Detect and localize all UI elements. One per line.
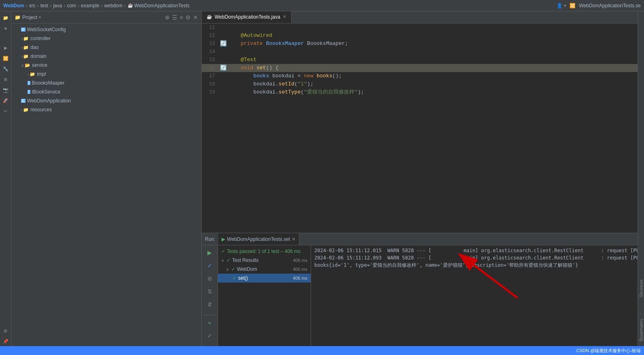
java-file-icon: ☕ [128, 3, 133, 8]
project-sidebar-btn[interactable]: 📁 [1, 13, 11, 23]
stop-btn[interactable]: ⊘ [204, 273, 215, 284]
breadcrumb-bar: WebDom › src › test › java › com › examp… [0, 0, 644, 11]
tab-close-btn[interactable]: ✕ [283, 14, 286, 19]
editor-tab-main[interactable]: ☕ WebDomApplicationTests.java ✕ [202, 11, 292, 23]
code-line-16: 16 🔄 void set() { [202, 64, 638, 72]
tree-item-domain[interactable]: › 📁 domain [11, 52, 201, 61]
breadcrumb: WebDom › src › test › java › com › examp… [3, 3, 190, 9]
tree-item-websocketconfig[interactable]: C WebSocketConfig [11, 25, 201, 34]
terminal-sidebar-btn[interactable]: ⊞ [1, 74, 11, 84]
favorites-btn[interactable]: ★ [1, 23, 11, 33]
pass-icon: ✓ [231, 266, 235, 272]
filter-btn[interactable]: ✓ [204, 330, 215, 341]
exit-sidebar-btn[interactable]: ↩ [1, 106, 11, 116]
chevron-down-icon: ∨ [226, 267, 229, 272]
project-header: 📁 Project ▾ ⊕ ☰ ≡ ⚙ ✕ [11, 11, 201, 23]
camera-sidebar-btn[interactable]: 📷 [1, 85, 11, 95]
code-editor[interactable]: 11 12 @Autowired 13 🔄 private BoooksMaap… [202, 23, 638, 233]
bookmarks-label[interactable]: Bookmarks [639, 319, 644, 341]
run-tab-close-btn[interactable]: ✕ [292, 236, 296, 242]
right-sidebar-container: Structure Bookmarks [638, 11, 644, 346]
run-panel: Run: ▶ WebDomApplicationTests.set ✕ ▶ ✓ … [202, 233, 638, 346]
breadcrumb-item[interactable]: example [81, 3, 99, 9]
run-tab[interactable]: ▶ WebDomApplicationTests.set ✕ [218, 233, 299, 245]
pin-sidebar-btn[interactable]: 📌 [1, 336, 11, 346]
test-status: ✓ Tests passed: 1 of 1 test – 406 ms [218, 247, 311, 256]
deploy-sidebar-btn[interactable]: 🚀 [1, 96, 11, 105]
tree-item-dao[interactable]: › 📁 dao [11, 43, 201, 52]
structure-label[interactable]: Structure [639, 279, 644, 298]
code-line-17: 17 books bookdai = new books(); [202, 72, 638, 80]
settings-icon[interactable]: ⚙ [186, 14, 191, 21]
editor-tabs: ☕ WebDomApplicationTests.java ✕ [202, 11, 638, 23]
pass-icon: ✓ [232, 275, 237, 281]
tree-item-resources[interactable]: › 📁 resources [11, 105, 201, 114]
filter-pass-btn[interactable]: » [204, 317, 215, 328]
tree-item-controller[interactable]: › 📁 controller [11, 34, 201, 43]
collapse-all-icon[interactable]: ☰ [172, 14, 177, 21]
code-line-19: 19 bookdai.setType("爱猫当的自我修改样"); [202, 88, 638, 96]
test-result-set[interactable]: ✓ set() 406 ms [218, 274, 311, 283]
class-icon: C [21, 28, 26, 32]
project-panel: 📁 Project ▾ ⊕ ☰ ≡ ⚙ ✕ C WebSocketConfig [11, 11, 202, 346]
expand-all-icon[interactable]: ≡ [180, 14, 183, 21]
right-sidebar-structure[interactable]: Structure [638, 11, 644, 314]
breadcrumb-item[interactable]: WebDom [3, 3, 24, 9]
sort-desc-btn[interactable]: ⇵ [204, 299, 215, 310]
right-sidebar-bookmarks[interactable]: Bookmarks [638, 314, 644, 346]
project-title: 📁 Project ▾ [15, 15, 41, 20]
breadcrumb-item[interactable]: com [67, 3, 76, 9]
code-line-12: 12 @Autowired [202, 32, 638, 40]
sort-asc-btn[interactable]: ⇅ [204, 286, 215, 297]
breadcrumb-item[interactable]: src [29, 3, 36, 9]
run-sidebar-btn[interactable]: ▶ [1, 43, 11, 53]
main-area: 📁 ★ ▶ 🔀 🔧 ⊞ 📷 🚀 ↩ ⊞ 📌 📁 Project ▾ ⊕ ☰ ≡ … [0, 11, 644, 346]
close-panel-icon[interactable]: ✕ [193, 14, 198, 21]
run-panel-header: Run: ▶ WebDomApplicationTests.set ✕ [202, 233, 638, 245]
breadcrumb-item[interactable]: ☕ WebDomApplicationTests [128, 3, 190, 9]
tree-item-service[interactable]: ∨ 📂 service [11, 61, 201, 70]
tools-sidebar-btn[interactable]: 🔧 [1, 64, 11, 74]
folder-icon: 📁 [15, 15, 21, 20]
tree-item-booksmaaper[interactable]: I BoooksMaaper [11, 79, 201, 87]
tree-item-webdomapplication[interactable]: C WebDomApplication [11, 96, 201, 105]
chevron-down-icon: ∨ [21, 63, 24, 68]
git-sidebar-btn[interactable]: 🔀 [1, 53, 11, 63]
left-sidebar: 📁 ★ ▶ 🔀 🔧 ⊞ 📷 🚀 ↩ ⊞ 📌 [0, 11, 11, 346]
run-panel-body: ▶ ✓ ⊘ ⇅ ⇵ » ✓ ✓ Tests passed: 1 of 1 tes… [202, 245, 638, 346]
grid-sidebar-btn[interactable]: ⊞ [1, 326, 11, 336]
bottom-bar: CSDN @瑞晟技术服务中心-耿瑞 [0, 346, 644, 355]
test-result-header: ∨ ✓ Test Results 406 ms [218, 256, 311, 265]
chevron-down-icon: ∨ [221, 258, 224, 263]
git-icon[interactable]: 🔀 [569, 3, 576, 9]
tree-item-ibookservice[interactable]: I IBookService [11, 87, 201, 96]
pass-icon: ✓ [226, 257, 230, 263]
add-icon[interactable]: ⊕ [165, 14, 170, 21]
bottom-bar-text: CSDN @瑞晟技术服务中心-耿瑞 [576, 348, 641, 354]
editor-area: ☕ WebDomApplicationTests.java ✕ 11 12 @A… [202, 11, 638, 346]
interface-icon: I [28, 90, 30, 94]
interface-icon: I [28, 81, 30, 85]
check-btn[interactable]: ✓ [204, 260, 215, 271]
test-result-webdom[interactable]: ∨ ✓ WebDom 406 ms [218, 265, 311, 274]
user-icon[interactable]: 👤 ▾ [557, 3, 566, 9]
run-icon: ▶ [222, 236, 225, 242]
run-toolbar: ▶ ✓ ⊘ ⇅ ⇵ » ✓ [202, 245, 218, 346]
check-icon: ✓ [221, 249, 225, 254]
folder-icon: 📁 [23, 36, 29, 41]
breadcrumb-item[interactable]: webdom [104, 3, 122, 9]
folder-icon: 📁 [23, 107, 29, 113]
console-output: 2024-02-06 15:11:12.015 WARN 5828 --- [ … [311, 245, 638, 346]
console-line-3: books{id='1', type='爱猫当的自我修改样', name='爱护… [314, 261, 634, 269]
breadcrumb-item[interactable]: test [41, 3, 48, 9]
code-line-13: 13 🔄 private BoooksMaaper BoooksMaaper; [202, 40, 638, 48]
chevron-right-icon: › [21, 36, 22, 41]
class-icon: C [21, 99, 26, 103]
run-btn[interactable]: ▶ [204, 247, 215, 258]
breadcrumb-item[interactable]: java [53, 3, 62, 9]
console-line-2: 2024-02-06 15:11:12.093 WARN 5828 --- [ … [314, 254, 634, 261]
breadcrumb-right: 👤 ▾ 🔀 WebDomApplicationTests.se [557, 3, 641, 9]
tree-item-impl[interactable]: › 📁 impl [11, 70, 201, 79]
java-tab-icon: ☕ [207, 14, 212, 19]
code-line-11: 11 [202, 23, 638, 32]
